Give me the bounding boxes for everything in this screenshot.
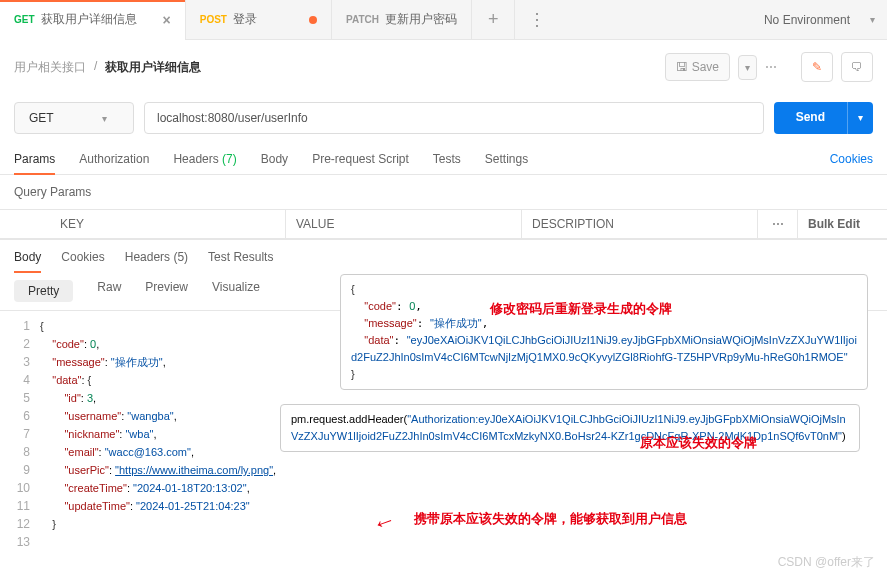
tab-post-login[interactable]: POST 登录 — [186, 0, 332, 40]
tab-params[interactable]: Params — [14, 152, 55, 174]
cookies-link[interactable]: Cookies — [830, 152, 873, 174]
view-preview[interactable]: Preview — [145, 280, 188, 302]
more-actions[interactable]: ⋯ — [765, 60, 777, 74]
method-badge: PATCH — [346, 14, 379, 25]
annotation-1: 修改密码后重新登录生成的令牌 — [490, 300, 672, 318]
tab-auth[interactable]: Authorization — [79, 152, 149, 174]
close-icon[interactable]: × — [163, 12, 171, 28]
method-badge: POST — [200, 14, 227, 25]
more-icon: ⋯ — [527, 11, 549, 29]
tab-get-userinfo[interactable]: GET 获取用户详细信息 × — [0, 0, 186, 40]
json-code[interactable]: { "code": 0, "message": "操作成功", "data": … — [40, 317, 276, 551]
comment-icon: 🗨 — [851, 60, 863, 74]
tab-settings[interactable]: Settings — [485, 152, 528, 174]
tab-headers[interactable]: Headers (7) — [173, 152, 236, 174]
save-dropdown[interactable]: ▾ — [738, 55, 757, 80]
tab-prereq[interactable]: Pre-request Script — [312, 152, 409, 174]
url-input[interactable]: localhost:8080/user/userInfo — [144, 102, 764, 134]
annotation-2: 原本应该失效的令牌 — [640, 434, 757, 452]
annotation-3: 携带原本应该失效的令牌，能够获取到用户信息 — [414, 510, 687, 528]
more-icon[interactable]: ⋯ — [757, 210, 797, 238]
query-params-title: Query Params — [0, 175, 887, 209]
unsaved-dot — [309, 16, 317, 24]
plus-icon: + — [488, 9, 499, 30]
resp-tab-body[interactable]: Body — [14, 250, 41, 272]
pencil-icon: ✎ — [812, 60, 822, 74]
method-select[interactable]: GET▾ — [14, 102, 134, 134]
save-icon: 🖫 — [676, 60, 688, 74]
line-gutter: 123 456 789 101112 13 — [0, 317, 40, 551]
tab-body[interactable]: Body — [261, 152, 288, 174]
resp-tab-tests[interactable]: Test Results — [208, 250, 273, 272]
tab-patch-password[interactable]: PATCH 更新用户密码 — [332, 0, 472, 40]
request-row: GET▾ localhost:8080/user/userInfo Send ▾ — [0, 94, 887, 142]
chevron-down-icon: ▾ — [870, 14, 875, 25]
request-header: 用户相关接口/ 获取用户详细信息 🖫 Save ▾ ⋯ ✎ 🗨 — [0, 40, 887, 94]
request-tabs: Params Authorization Headers (7) Body Pr… — [0, 142, 887, 175]
view-pretty[interactable]: Pretty — [14, 280, 73, 302]
resp-tab-cookies[interactable]: Cookies — [61, 250, 104, 272]
send-dropdown[interactable]: ▾ — [847, 102, 873, 134]
breadcrumb: 用户相关接口/ 获取用户详细信息 — [14, 59, 201, 76]
view-visualize[interactable]: Visualize — [212, 280, 260, 302]
comment-button[interactable]: 🗨 — [841, 52, 873, 82]
params-table-header: KEY VALUE DESCRIPTION ⋯ Bulk Edit — [0, 209, 887, 239]
bulk-edit[interactable]: Bulk Edit — [797, 210, 887, 238]
add-tab[interactable]: + — [472, 0, 516, 40]
watermark: CSDN @offer来了 — [778, 554, 875, 571]
view-raw[interactable]: Raw — [97, 280, 121, 302]
top-tabs: GET 获取用户详细信息 × POST 登录 PATCH 更新用户密码 + ⋯ … — [0, 0, 887, 40]
edit-button[interactable]: ✎ — [801, 52, 833, 82]
send-button[interactable]: Send — [774, 102, 847, 134]
environment-select[interactable]: No Environment ▾ — [752, 13, 887, 27]
overlay-token-new: { "code": 0, "message": "操作成功", "data": … — [340, 274, 868, 390]
save-button[interactable]: 🖫 Save — [665, 53, 730, 81]
overlay-token-old: pm.request.addHeader("Authorization:eyJ0… — [280, 404, 860, 452]
tab-overflow[interactable]: ⋯ — [515, 9, 561, 31]
response-tabs: Body Cookies Headers (5) Test Results — [0, 239, 887, 272]
tab-tests[interactable]: Tests — [433, 152, 461, 174]
resp-tab-headers[interactable]: Headers (5) — [125, 250, 188, 272]
method-badge: GET — [14, 14, 35, 25]
